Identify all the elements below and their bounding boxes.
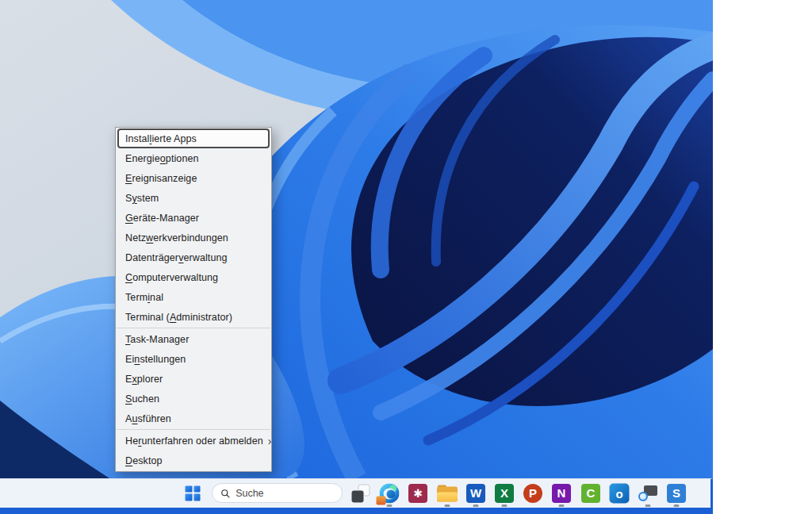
menu-item-label: Terminal	[125, 292, 262, 303]
onenote-icon[interactable]: N	[550, 481, 573, 507]
menu-item-label: Ausführen	[125, 413, 262, 424]
running-indicator	[502, 504, 508, 507]
desktop-wallpaper[interactable]	[0, 0, 713, 478]
taskbar: ✱WXPNCoS	[0, 478, 713, 508]
menu-item-label: Ereignisanzeige	[125, 173, 262, 184]
screenshot-root: Installierte AppsEnergieoptionenEreignis…	[0, 0, 713, 514]
edge-badge	[377, 496, 386, 504]
menu-item-terminal[interactable]: Terminal	[117, 287, 270, 307]
menu-item-explorer[interactable]: Explorer	[117, 369, 270, 389]
edge-icon[interactable]	[378, 481, 400, 507]
menu-item-label: Terminal (Administrator)	[125, 312, 262, 323]
snagit-icon[interactable]: S	[665, 481, 688, 507]
start-button[interactable]	[182, 481, 204, 507]
word-icon[interactable]: W	[465, 481, 487, 507]
menu-item-device-manager[interactable]: Geräte-Manager	[117, 208, 270, 228]
camtasia-icon-art: C	[581, 484, 600, 503]
running-indicator	[445, 504, 450, 507]
menu-item-label: Netzwerkverbindungen	[125, 232, 262, 244]
excel-icon[interactable]: X	[493, 481, 515, 507]
task-view-button[interactable]	[350, 481, 372, 507]
search-box[interactable]	[212, 483, 343, 503]
menu-item-label: Installierte Apps	[125, 133, 262, 144]
menu-item-network-connections[interactable]: Netzwerkverbindungen	[117, 228, 270, 247]
camtasia-icon[interactable]: C	[580, 481, 602, 507]
bloom-wallpaper-art	[0, 0, 713, 478]
running-indicator	[645, 504, 651, 507]
menu-item-shutdown-or-sign-out[interactable]: Herunterfahren oder abmelden›	[117, 431, 270, 451]
file-explorer-icon-art	[437, 485, 458, 501]
running-indicator	[559, 504, 565, 507]
red-asterisk-app-icon[interactable]: ✱	[407, 481, 429, 507]
powerpoint-icon-art: P	[523, 484, 542, 503]
menu-item-label: Herunterfahren oder abmelden	[125, 435, 263, 447]
menu-item-settings[interactable]: Einstellungen	[117, 349, 270, 369]
menu-item-label: Einstellungen	[125, 354, 262, 365]
capture-tool-icon-art	[638, 484, 658, 503]
excel-icon-art: X	[495, 484, 514, 503]
submenu-chevron-icon: ›	[263, 435, 272, 447]
menu-item-label: Suchen	[125, 393, 262, 405]
menu-item-label: Desktop	[125, 455, 262, 466]
search-icon	[220, 488, 230, 499]
menu-item-system[interactable]: System	[117, 188, 270, 208]
menu-item-label: Geräte-Manager	[125, 213, 262, 224]
search-input[interactable]	[236, 488, 334, 499]
menu-item-label: Explorer	[125, 374, 262, 385]
menu-item-desktop[interactable]: Desktop	[117, 451, 270, 470]
powerpoint-icon[interactable]: P	[522, 481, 544, 507]
menu-item-installed-apps[interactable]: Installierte Apps	[117, 128, 270, 148]
taskbar-bottom-strip	[0, 508, 713, 514]
running-indicator	[473, 504, 479, 507]
menu-item-event-viewer[interactable]: Ereignisanzeige	[117, 168, 270, 188]
menu-item-label: Task-Manager	[125, 334, 262, 345]
menu-item-run[interactable]: Ausführen	[117, 409, 270, 428]
menu-item-computer-management[interactable]: Computerverwaltung	[117, 267, 270, 287]
outlook-icon[interactable]: o	[608, 481, 630, 507]
task-view-button-art	[352, 484, 370, 502]
menu-item-task-manager[interactable]: Task-Manager	[117, 329, 270, 349]
snagit-icon-art: S	[667, 484, 686, 503]
menu-item-terminal-admin[interactable]: Terminal (Administrator)	[117, 307, 270, 327]
red-asterisk-app-icon-art: ✱	[408, 484, 427, 503]
running-indicator	[674, 504, 680, 507]
menu-item-disk-management[interactable]: Datenträgerverwaltung	[117, 247, 270, 267]
menu-item-label: Datenträgerverwaltung	[125, 252, 262, 263]
menu-item-search[interactable]: Suchen	[117, 389, 270, 409]
file-explorer-icon[interactable]	[436, 481, 458, 507]
outlook-icon-art: o	[610, 483, 630, 503]
menu-item-power-options[interactable]: Energieoptionen	[117, 148, 270, 168]
context-menu: Installierte AppsEnergieoptionenEreignis…	[115, 127, 272, 472]
menu-item-label: System	[125, 193, 262, 204]
word-icon-art: W	[466, 484, 485, 503]
menu-item-label: Computerverwaltung	[125, 272, 262, 283]
windows-logo-icon	[186, 485, 201, 501]
onenote-icon-art: N	[552, 484, 571, 503]
running-indicator	[387, 504, 393, 507]
menu-item-label: Energieoptionen	[125, 153, 262, 164]
capture-tool-icon[interactable]	[637, 481, 659, 507]
edge-icon-art	[380, 483, 400, 503]
